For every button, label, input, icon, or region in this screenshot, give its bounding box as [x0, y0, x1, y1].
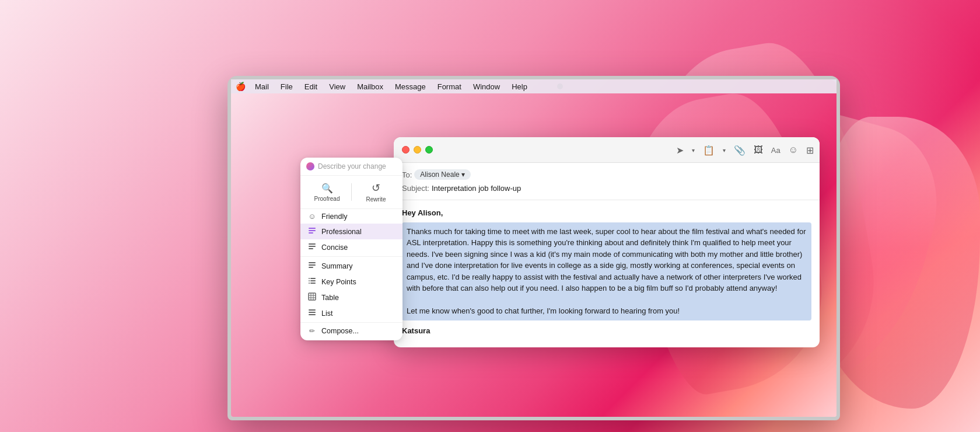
- recipient-name: Alison Neale ▾: [420, 170, 465, 179]
- mail-greeting: Hey Alison,: [402, 207, 811, 219]
- menu-item-professional[interactable]: Professional: [300, 224, 402, 239]
- professional-icon: [307, 227, 317, 236]
- menubar-mail[interactable]: Mail: [250, 81, 274, 92]
- svg-rect-20: [309, 309, 316, 311]
- svg-rect-5: [309, 248, 313, 249]
- menubar-view[interactable]: View: [324, 81, 350, 92]
- close-button[interactable]: [402, 146, 410, 154]
- svg-point-11: [309, 280, 310, 281]
- photo-icon[interactable]: 🖼: [754, 145, 763, 155]
- ai-search-bar[interactable]: Describe your change: [300, 158, 402, 176]
- divider-2: [300, 322, 402, 323]
- friendly-label: Friendly: [321, 212, 347, 221]
- svg-rect-0: [309, 228, 316, 229]
- svg-rect-2: [309, 232, 313, 234]
- mail-body[interactable]: Hey Alison, Thanks much for taking time …: [394, 200, 820, 343]
- menubar-edit[interactable]: Edit: [300, 81, 322, 92]
- summary-label: Summary: [321, 262, 352, 270]
- menubar-message[interactable]: Message: [390, 81, 430, 92]
- rewrite-label: Rewrite: [366, 196, 386, 203]
- menubar-window[interactable]: Window: [468, 81, 505, 92]
- table-icon: [307, 292, 317, 302]
- mail-compose-window: ➤ ▾ 📋 ▾ 📎 🖼 Aa ☺ ⊞ To: Alison Neale ▾ Su…: [394, 137, 820, 347]
- rewrite-button[interactable]: ↺ Rewrite: [354, 179, 398, 205]
- keypoints-label: Key Points: [321, 278, 356, 286]
- apple-menu-icon[interactable]: 🍎: [236, 82, 246, 91]
- table-label: Table: [321, 294, 339, 302]
- note-icon[interactable]: 📋: [703, 144, 715, 155]
- mail-titlebar: ➤ ▾ 📋 ▾ 📎 🖼 Aa ☺ ⊞: [394, 137, 820, 163]
- summary-icon: [307, 261, 317, 271]
- mail-paragraph2: Let me know when's good to chat further,…: [407, 306, 680, 315]
- menu-item-friendly[interactable]: ☺ Friendly: [300, 209, 402, 224]
- svg-rect-4: [309, 246, 316, 247]
- mail-body-selected-text: Thanks much for taking time to meet with…: [402, 222, 811, 320]
- svg-rect-21: [309, 312, 316, 313]
- list-label: List: [321, 309, 332, 318]
- traffic-lights: [402, 146, 433, 154]
- friendly-icon: ☺: [307, 212, 317, 221]
- keypoints-icon: [307, 277, 317, 287]
- menubar-mailbox[interactable]: Mailbox: [352, 81, 388, 92]
- menu-item-compose[interactable]: ✏ Compose...: [300, 324, 402, 338]
- menubar: 🍎 Mail File Edit View Mailbox Message Fo…: [231, 79, 836, 93]
- rewrite-icon: ↺: [372, 182, 380, 194]
- fullscreen-button[interactable]: [425, 146, 433, 154]
- more-icon[interactable]: ⊞: [806, 144, 814, 155]
- compose-icon: ✏: [307, 327, 317, 335]
- menubar-format[interactable]: Format: [433, 81, 466, 92]
- minimize-button[interactable]: [414, 146, 421, 154]
- compose-label: Compose...: [321, 327, 359, 335]
- ai-actions-row: 🔍 Proofread ↺ Rewrite: [300, 176, 402, 209]
- menubar-help[interactable]: Help: [507, 81, 532, 92]
- proofread-label: Proofread: [314, 196, 340, 202]
- professional-label: Professional: [321, 228, 362, 236]
- ai-gradient-icon: [306, 162, 314, 170]
- ai-writing-assist-popup: Describe your change 🔍 Proofread ↺ Rewri…: [300, 158, 402, 340]
- svg-rect-15: [309, 293, 316, 300]
- mail-paragraph1: Thanks much for taking time to meet with…: [407, 227, 806, 293]
- proofread-button[interactable]: 🔍 Proofread: [305, 180, 349, 204]
- menubar-file[interactable]: File: [276, 81, 298, 92]
- mail-subject-field: Subject: Interpretation job follow-up: [402, 182, 811, 195]
- menu-item-table[interactable]: Table: [300, 290, 402, 305]
- mail-signature: Katsura: [402, 325, 811, 337]
- svg-rect-3: [309, 243, 316, 245]
- svg-rect-1: [309, 230, 316, 231]
- divider-1: [300, 256, 402, 257]
- concise-icon: [307, 242, 317, 252]
- svg-rect-14: [310, 283, 316, 284]
- list-icon: [307, 308, 317, 318]
- menu-item-concise[interactable]: Concise: [300, 239, 402, 255]
- emoji-icon[interactable]: ☺: [789, 145, 798, 155]
- svg-rect-8: [309, 267, 313, 268]
- svg-rect-6: [309, 262, 316, 263]
- to-label: To:: [402, 170, 412, 179]
- mail-toolbar: ➤ ▾ 📋 ▾ 📎 🖼 Aa ☺ ⊞: [676, 144, 814, 155]
- proofread-icon: 🔍: [321, 183, 333, 194]
- send-icon[interactable]: ➤: [676, 144, 684, 155]
- svg-rect-7: [309, 264, 316, 266]
- mail-to-field: To: Alison Neale ▾: [402, 168, 811, 182]
- concise-label: Concise: [321, 243, 348, 252]
- mail-header: To: Alison Neale ▾ Subject: Interpretati…: [394, 163, 820, 200]
- svg-rect-10: [310, 278, 316, 279]
- menu-item-summary[interactable]: Summary: [300, 258, 402, 274]
- ai-search-placeholder: Describe your change: [318, 162, 386, 170]
- recipient-tag[interactable]: Alison Neale ▾: [414, 169, 471, 180]
- subject-label: Subject:: [402, 184, 429, 193]
- svg-point-13: [309, 283, 310, 284]
- svg-point-9: [309, 278, 310, 279]
- menu-item-keypoints[interactable]: Key Points: [300, 274, 402, 290]
- subject-text: Interpretation job follow-up: [432, 184, 521, 193]
- attachment-icon[interactable]: 📎: [734, 144, 746, 155]
- note-dropdown-icon[interactable]: ▾: [723, 147, 726, 153]
- menu-item-list[interactable]: List: [300, 305, 402, 321]
- font-icon[interactable]: Aa: [771, 145, 780, 154]
- svg-rect-22: [309, 314, 316, 315]
- svg-rect-12: [310, 280, 316, 281]
- send-dropdown-icon[interactable]: ▾: [692, 147, 695, 153]
